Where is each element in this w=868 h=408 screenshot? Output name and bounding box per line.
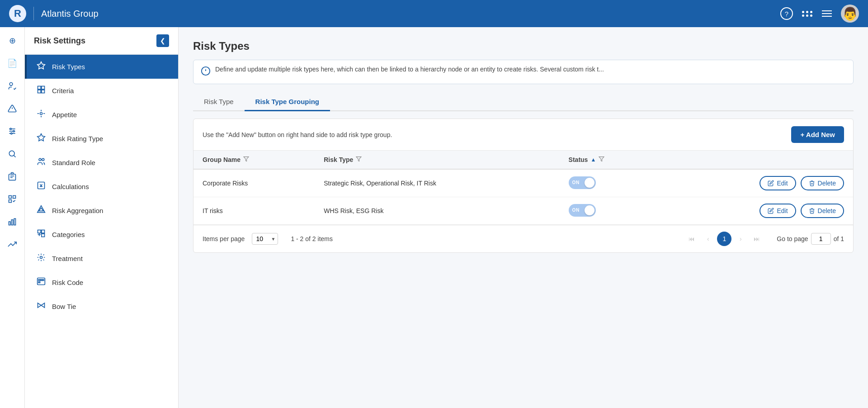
sidebar-item-risk-aggregation[interactable]: Risk Aggregation bbox=[25, 199, 178, 223]
tab-risk-type[interactable]: Risk Type bbox=[193, 93, 245, 111]
svg-line-10 bbox=[14, 156, 16, 157]
svg-marker-32 bbox=[38, 134, 45, 141]
table-body: Corporate RisksStrategic Risk, Operation… bbox=[193, 169, 853, 225]
sidebar-item-bow-tie[interactable]: Bow Tie bbox=[25, 294, 178, 318]
toggle-knob-1 bbox=[585, 205, 594, 215]
svg-point-46 bbox=[40, 256, 42, 259]
col-label-risk-type: Risk Type bbox=[324, 156, 353, 163]
toggle-label-1: ON bbox=[572, 208, 580, 213]
table-header: Group Name Risk Type Status ▲ bbox=[193, 151, 853, 169]
last-page-button[interactable]: ⏭ bbox=[750, 232, 764, 246]
sidebar-icon-doc[interactable]: 📄 bbox=[3, 54, 21, 72]
sidebar-item-calculations[interactable]: Calculations bbox=[25, 175, 178, 199]
sidebar-icon-sliders[interactable] bbox=[3, 122, 21, 140]
info-banner-text: Define and update multiple risk types he… bbox=[215, 66, 604, 73]
grid-icon-button[interactable] bbox=[802, 11, 813, 17]
prev-page-button[interactable]: ‹ bbox=[701, 232, 715, 246]
sidebar-item-label-risk-code: Risk Code bbox=[52, 279, 83, 286]
toggle-label-0: ON bbox=[572, 180, 580, 185]
sidebar-item-appetite[interactable]: Appetite bbox=[25, 103, 178, 127]
svg-rect-54 bbox=[42, 280, 44, 281]
risk-rating-type-icon bbox=[36, 133, 47, 144]
svg-point-0 bbox=[9, 83, 13, 86]
sidebar-item-risk-code[interactable]: Risk Code bbox=[25, 270, 178, 294]
status-toggle-1[interactable]: ON bbox=[569, 204, 596, 217]
svg-point-8 bbox=[11, 133, 12, 134]
table-toolbar: Use the "Add New" button on right hand s… bbox=[193, 119, 853, 151]
sidebar-collapse-button[interactable]: ❮ bbox=[156, 34, 169, 47]
filter-icon-group-name[interactable] bbox=[243, 156, 249, 163]
sidebar-item-risk-rating-type[interactable]: Risk Rating Type bbox=[25, 127, 178, 151]
svg-rect-20 bbox=[14, 218, 15, 225]
calculations-icon bbox=[36, 181, 47, 192]
table-area: Use the "Add New" button on right hand s… bbox=[193, 119, 854, 253]
sidebar-icon-add[interactable]: ⊕ bbox=[3, 32, 21, 50]
sidebar-icon-trend[interactable] bbox=[3, 235, 21, 253]
filter-icon-risk-type[interactable] bbox=[356, 156, 362, 163]
appetite-icon bbox=[36, 109, 47, 120]
nav-divider bbox=[33, 7, 34, 20]
sidebar-item-criteria[interactable]: Criteria bbox=[25, 79, 178, 103]
svg-rect-17 bbox=[9, 200, 12, 203]
sidebar-nav: Risk TypesCriteriaAppetiteRisk Rating Ty… bbox=[25, 55, 178, 408]
help-icon-button[interactable]: ? bbox=[780, 7, 793, 20]
svg-rect-19 bbox=[11, 220, 13, 225]
cell-group-name-0: Corporate Risks bbox=[193, 169, 315, 197]
sidebar-icon-alert[interactable] bbox=[3, 100, 21, 118]
items-per-page-label: Items per page bbox=[203, 235, 245, 242]
sidebar-item-standard-role[interactable]: Standard Role bbox=[25, 151, 178, 175]
tab-risk-type-grouping[interactable]: Risk Type Grouping bbox=[245, 93, 330, 111]
svg-point-7 bbox=[13, 130, 14, 132]
sidebar-item-label-appetite: Appetite bbox=[52, 111, 77, 119]
sidebar-item-label-standard-role: Standard Role bbox=[52, 159, 95, 166]
data-table: Group Name Risk Type Status ▲ Corporate … bbox=[193, 151, 853, 225]
pagination-range: 1 - 2 of 2 items bbox=[291, 235, 333, 242]
sidebar-icon-clipboard[interactable] bbox=[3, 167, 21, 185]
filter-icon-status[interactable] bbox=[599, 156, 604, 163]
delete-button-0[interactable]: Delete bbox=[801, 176, 844, 190]
toolbar-text: Use the "Add New" button on right hand s… bbox=[203, 131, 392, 138]
risk-code-icon bbox=[36, 277, 47, 288]
categories-icon bbox=[36, 229, 47, 240]
next-page-button[interactable]: › bbox=[733, 232, 748, 246]
criteria-icon bbox=[36, 85, 47, 96]
per-page-select[interactable]: 102050100 bbox=[252, 233, 278, 245]
info-banner: Define and update multiple risk types he… bbox=[193, 60, 854, 84]
sidebar-item-categories[interactable]: Categories bbox=[25, 223, 178, 247]
sidebar-title: Risk Settings bbox=[34, 36, 85, 46]
user-avatar[interactable]: 👨 bbox=[841, 5, 859, 23]
edit-button-0[interactable]: Edit bbox=[760, 176, 796, 190]
col-header-risk-type: Risk Type bbox=[315, 151, 559, 169]
nav-icons: ? 👨 bbox=[780, 5, 859, 23]
col-header-status: Status ▲ bbox=[560, 151, 661, 169]
cell-actions-1: Edit Delete bbox=[661, 197, 853, 225]
app-name: Atlantis Group bbox=[41, 9, 773, 19]
sort-icon-status[interactable]: ▲ bbox=[590, 157, 596, 163]
status-toggle-0[interactable]: ON bbox=[569, 176, 596, 189]
goto-page-input[interactable] bbox=[811, 233, 831, 245]
svg-point-34 bbox=[42, 158, 44, 161]
first-page-button[interactable]: ⏮ bbox=[684, 232, 699, 246]
sidebar-icon-search[interactable] bbox=[3, 145, 21, 163]
current-page-button[interactable]: 1 bbox=[717, 232, 731, 246]
svg-rect-16 bbox=[13, 196, 16, 199]
delete-button-1[interactable]: Delete bbox=[801, 204, 844, 218]
svg-rect-52 bbox=[38, 280, 40, 281]
icon-bar: ⊕ 📄 bbox=[0, 27, 25, 408]
add-new-button[interactable]: + Add New bbox=[791, 126, 844, 143]
edit-button-1[interactable]: Edit bbox=[760, 204, 796, 218]
cell-risk-type-0: Strategic Risk, Operational Risk, IT Ris… bbox=[315, 169, 559, 197]
svg-marker-39 bbox=[38, 206, 45, 213]
sidebar: Risk Settings ❮ Risk TypesCriteriaAppeti… bbox=[25, 27, 179, 408]
sidebar-icon-user-edit[interactable] bbox=[3, 77, 21, 95]
sidebar-item-risk-types[interactable]: Risk Types bbox=[25, 55, 178, 79]
sidebar-item-treatment[interactable]: Treatment bbox=[25, 247, 178, 270]
table-row: IT risksWHS Risk, ESG Risk ON Edit Delet… bbox=[193, 197, 853, 225]
page-title: Risk Types bbox=[193, 40, 854, 52]
sidebar-icon-checklist[interactable] bbox=[3, 190, 21, 208]
svg-rect-15 bbox=[9, 196, 12, 199]
menu-icon-button[interactable] bbox=[822, 10, 832, 17]
sidebar-icon-chart[interactable] bbox=[3, 213, 21, 231]
risk-types-icon bbox=[36, 61, 47, 72]
svg-rect-41 bbox=[38, 230, 41, 233]
